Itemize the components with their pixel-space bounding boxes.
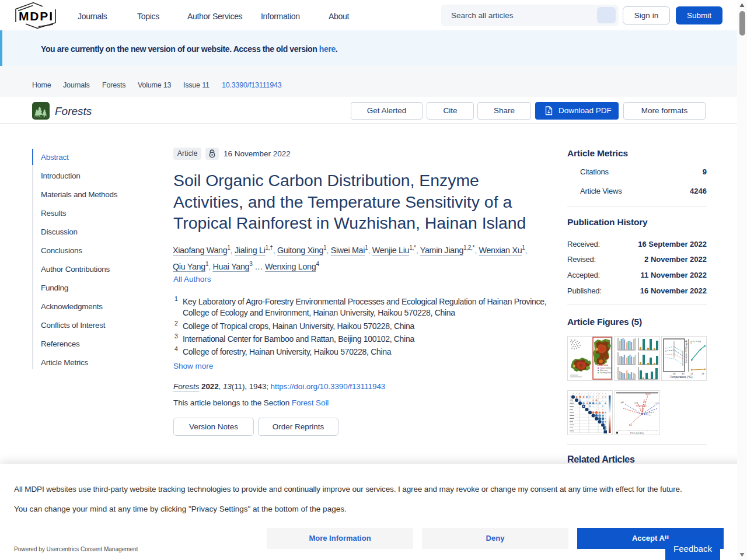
svg-text:SOC: SOC — [645, 393, 651, 396]
svg-text:Secondary forest: Secondary forest — [600, 372, 612, 374]
svg-text:PC1 (54.3%): PC1 (54.3%) — [630, 432, 644, 435]
svg-text:MDPI: MDPI — [19, 9, 53, 23]
svg-text:PH: PH — [698, 341, 701, 343]
svg-text:Q10: Q10 — [655, 402, 659, 405]
svg-text:Tropical rainforest: Tropical rainforest — [600, 367, 612, 369]
svg-text:Sample area: Sample area — [597, 364, 608, 366]
svg-text:Water area: Water area — [600, 369, 608, 372]
svg-text:PL: PL — [693, 341, 695, 343]
svg-text:C:N: C:N — [634, 402, 638, 404]
svg-text:BG: BG — [629, 424, 632, 426]
svg-text:pH: pH — [621, 401, 624, 404]
svg-text:Cumulative CO2 (mg g-1): Cumulative CO2 (mg g-1) — [685, 340, 687, 363]
svg-text:28: 28 — [701, 372, 704, 375]
svg-text:Pho Urease: Pho Urease — [636, 405, 647, 407]
svg-text:TN: TN — [643, 401, 646, 403]
svg-text:Temperature (°C): Temperature (°C) — [670, 375, 693, 379]
